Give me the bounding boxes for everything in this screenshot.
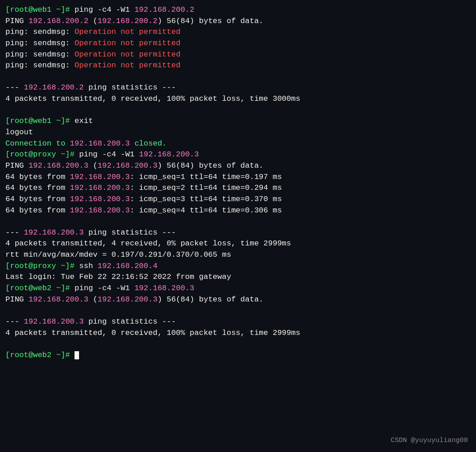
terminal-line: [root@web1 ~]# ping -c4 -W1 192.168.200.… — [5, 5, 471, 16]
terminal-line: ping: sendmsg: Operation not permitted — [5, 27, 471, 38]
terminal-line — [5, 216, 471, 227]
terminal: [root@web1 ~]# ping -c4 -W1 192.168.200.… — [0, 0, 476, 452]
terminal-line: PING 192.168.200.3 (192.168.200.3) 56(84… — [5, 294, 471, 306]
terminal-line: ping: sendmsg: Operation not permitted — [5, 38, 471, 49]
terminal-line: 64 bytes from 192.168.200.3: icmp_seq=4 … — [5, 205, 471, 217]
terminal-line — [5, 305, 471, 316]
terminal-line: 4 packets transmitted, 4 received, 0% pa… — [5, 238, 471, 250]
terminal-line: PING 192.168.200.3 (192.168.200.3) 56(84… — [5, 160, 471, 172]
terminal-line: PING 192.168.200.2 (192.168.200.2) 56(84… — [5, 16, 471, 27]
terminal-line: 64 bytes from 192.168.200.3: icmp_seq=1 … — [5, 172, 471, 183]
terminal-line: 4 packets transmitted, 0 received, 100% … — [5, 328, 471, 339]
terminal-line: [root@proxy ~]# ssh 192.168.200.4 — [5, 261, 471, 272]
terminal-line — [5, 71, 471, 83]
cursor-block — [75, 351, 79, 359]
terminal-line: [root@web1 ~]# exit — [5, 116, 471, 127]
terminal-line: 64 bytes from 192.168.200.3: icmp_seq=3 … — [5, 194, 471, 205]
terminal-line: logout — [5, 127, 471, 138]
terminal-line: 64 bytes from 192.168.200.3: icmp_seq=2 … — [5, 183, 471, 194]
terminal-line: Last login: Tue Feb 22 22:16:52 2022 fro… — [5, 272, 471, 283]
terminal-line: 4 packets transmitted, 0 received, 100% … — [5, 94, 471, 105]
terminal-line: [root@web2 ~]# ping -c4 -W1 192.168.200.… — [5, 283, 471, 294]
csdn-watermark: CSDN @yuyuyuliang00 — [391, 436, 468, 446]
terminal-line: Connection to 192.168.200.3 closed. — [5, 138, 471, 150]
terminal-line: --- 192.168.200.3 ping statistics --- — [5, 227, 471, 239]
terminal-line: ping: sendmsg: Operation not permitted — [5, 49, 471, 61]
terminal-line: ping: sendmsg: Operation not permitted — [5, 60, 471, 71]
terminal-prompt-line: [root@web2 ~]# — [5, 350, 471, 361]
terminal-line — [5, 105, 471, 116]
terminal-line: --- 192.168.200.2 ping statistics --- — [5, 82, 471, 94]
terminal-line — [5, 339, 471, 350]
terminal-line: [root@proxy ~]# ping -c4 -W1 192.168.200… — [5, 149, 471, 160]
terminal-line: --- 192.168.200.3 ping statistics --- — [5, 316, 471, 328]
terminal-line: rtt min/avg/max/mdev = 0.197/0.291/0.370… — [5, 250, 471, 261]
